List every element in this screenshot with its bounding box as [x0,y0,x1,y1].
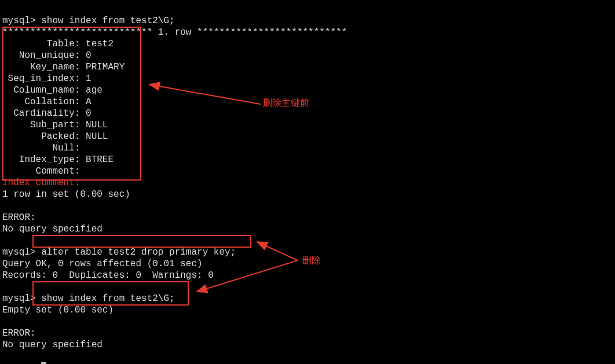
prompt-1[interactable]: mysql> show index from test2\G; [2,16,175,26]
annotation-label-before: 删除主键前 [263,97,309,109]
field-row: Column_name: age [2,85,103,95]
no-query-msg: No query specified [2,224,103,234]
field-row: Collation: A [2,97,91,107]
field-row: Table: test2 [2,39,114,49]
field-row: Index_type: BTREE [2,155,114,165]
records-line: Records: 0 Duplicates: 0 Warnings: 0 [2,270,214,281]
terminal-output: mysql> show index from test2\G; ********… [0,0,615,364]
field-row: Packed: NULL [2,131,108,142]
command-1: show index from test2\G; [41,16,174,26]
prompt-3[interactable]: mysql> show index from test2\G; [2,293,175,304]
command-3: show index from test2\G; [41,293,174,304]
row-separator: *************************** 1. row *****… [2,27,347,38]
field-row: Comment: [2,166,86,177]
annotation-label-delete: 删除 [302,255,321,267]
query-ok: Query OK, 0 rows affected (0.01 sec) [2,259,203,269]
no-query-msg-2: No query specified [2,340,103,350]
field-row: Index_comment: [2,178,80,188]
field-row: Seq_in_index: 1 [2,73,91,84]
index-comment-label: Index_comment: [2,178,80,188]
error-label-2: ERROR: [2,328,36,339]
field-row: Sub_part: NULL [2,120,108,130]
rows-in-set: 1 row in set (0.00 sec) [2,189,130,200]
field-row: Cardinality: 0 [2,108,91,119]
field-row: Non_unique: 0 [2,50,91,61]
field-row: Key_name: PRIMARY [2,62,125,72]
prompt-2[interactable]: mysql> alter table test2 drop primary ke… [2,247,236,258]
error-label: ERROR: [2,212,36,223]
field-row: Null: [2,143,86,153]
command-2: alter table test2 drop primary key; [41,247,236,258]
empty-set: Empty set (0.00 sec) [2,305,114,315]
